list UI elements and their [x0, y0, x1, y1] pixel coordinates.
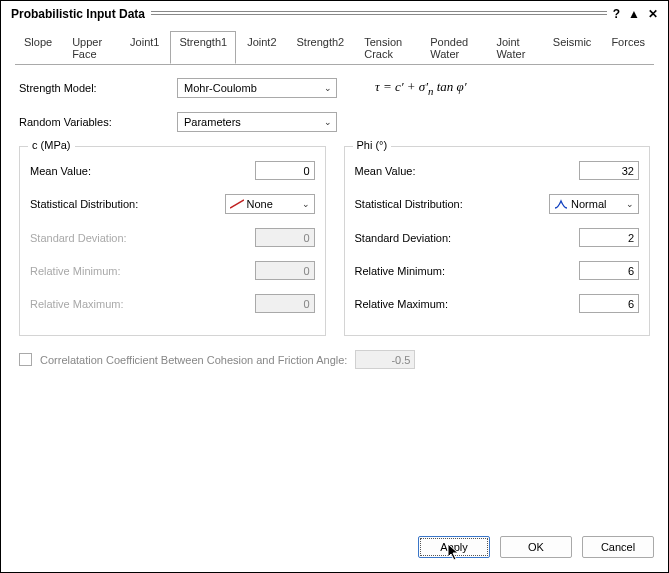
chevron-down-icon: ⌄	[324, 117, 332, 127]
window-title: Probabilistic Input Data	[11, 7, 145, 21]
phi-max-input[interactable]	[579, 294, 639, 313]
c-max-label: Relative Maximum:	[30, 298, 255, 310]
correlation-input	[355, 350, 415, 369]
group-phi: Phi (°) Mean Value: Statistical Distribu…	[344, 146, 651, 336]
tab-strength2[interactable]: Strength2	[288, 31, 354, 64]
collapse-icon[interactable]: ▲	[628, 7, 640, 21]
tab-ponded-water[interactable]: Ponded Water	[421, 31, 485, 64]
group-c-title: c (MPa)	[28, 139, 75, 151]
svg-line-0	[230, 200, 244, 208]
phi-dist-select[interactable]: Normal ⌄	[549, 194, 639, 214]
phi-mean-label: Mean Value:	[355, 165, 580, 177]
c-dist-value: None	[247, 198, 299, 210]
phi-max-label: Relative Maximum:	[355, 298, 580, 310]
c-min-label: Relative Minimum:	[30, 265, 255, 277]
title-rule	[151, 11, 607, 17]
help-icon[interactable]: ?	[613, 7, 620, 21]
correlation-label: Correlatation Coefficient Between Cohesi…	[40, 354, 347, 366]
cancel-button[interactable]: Cancel	[582, 536, 654, 558]
c-std-input	[255, 228, 315, 247]
phi-min-input[interactable]	[579, 261, 639, 280]
tab-joint2[interactable]: Joint2	[238, 31, 285, 64]
random-vars-label: Random Variables:	[19, 116, 169, 128]
none-dist-icon	[230, 199, 244, 209]
correlation-checkbox[interactable]	[19, 353, 32, 366]
group-phi-title: Phi (°)	[353, 139, 392, 151]
phi-dist-value: Normal	[571, 198, 623, 210]
button-bar: Apply OK Cancel	[418, 536, 654, 558]
c-dist-select[interactable]: None ⌄	[225, 194, 315, 214]
strength-model-select[interactable]: Mohr-Coulomb ⌄	[177, 78, 337, 98]
tab-strength1[interactable]: Strength1	[170, 31, 236, 64]
tab-slope[interactable]: Slope	[15, 31, 61, 64]
random-vars-value: Parameters	[184, 116, 241, 128]
tab-bar: SlopeUpper FaceJoint1Strength1Joint2Stre…	[1, 25, 668, 65]
close-icon[interactable]: ✕	[648, 7, 658, 21]
phi-min-label: Relative Minimum:	[355, 265, 580, 277]
chevron-down-icon: ⌄	[302, 199, 310, 209]
equation: τ = c′ + σ′n tan φ′	[375, 79, 467, 97]
phi-dist-label: Statistical Distribution:	[355, 198, 550, 210]
chevron-down-icon: ⌄	[324, 83, 332, 93]
tab-joint-water[interactable]: Joint Water	[487, 31, 541, 64]
c-mean-label: Mean Value:	[30, 165, 255, 177]
ok-button[interactable]: OK	[500, 536, 572, 558]
c-max-input	[255, 294, 315, 313]
c-min-input	[255, 261, 315, 280]
tab-upper-face[interactable]: Upper Face	[63, 31, 119, 64]
phi-std-input[interactable]	[579, 228, 639, 247]
c-std-label: Standard Deviation:	[30, 232, 255, 244]
tab-forces[interactable]: Forces	[602, 31, 654, 64]
tab-joint1[interactable]: Joint1	[121, 31, 168, 64]
chevron-down-icon: ⌄	[626, 199, 634, 209]
tab-seismic[interactable]: Seismic	[544, 31, 601, 64]
title-bar: Probabilistic Input Data ? ▲ ✕	[1, 1, 668, 25]
strength-model-label: Strength Model:	[19, 82, 169, 94]
group-c: c (MPa) Mean Value: Statistical Distribu…	[19, 146, 326, 336]
random-vars-select[interactable]: Parameters ⌄	[177, 112, 337, 132]
normal-dist-icon	[554, 199, 568, 209]
phi-mean-input[interactable]	[579, 161, 639, 180]
strength-model-value: Mohr-Coulomb	[184, 82, 257, 94]
c-dist-label: Statistical Distribution:	[30, 198, 225, 210]
phi-std-label: Standard Deviation:	[355, 232, 580, 244]
c-mean-input[interactable]	[255, 161, 315, 180]
apply-button[interactable]: Apply	[418, 536, 490, 558]
tab-tension-crack[interactable]: Tension Crack	[355, 31, 419, 64]
